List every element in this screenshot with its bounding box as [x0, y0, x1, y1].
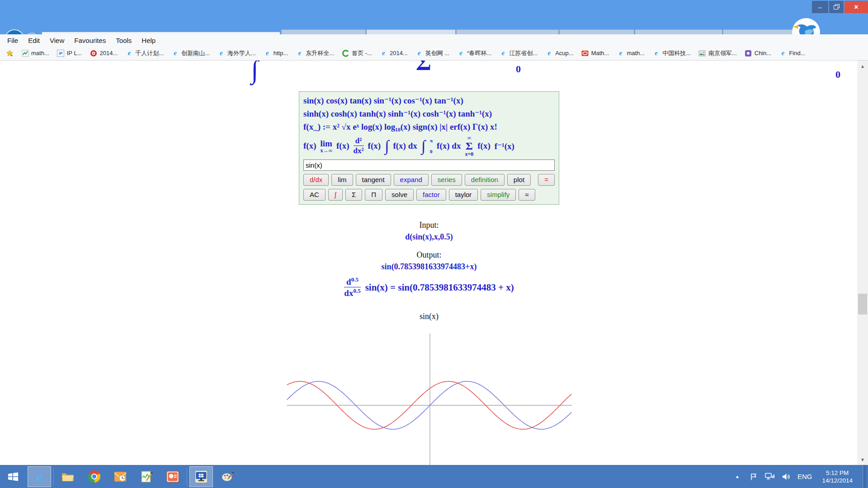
calc-button-lim[interactable]: lim [331, 174, 353, 186]
output-expression: sin(0.7853981633974483+x) [299, 262, 559, 272]
favorite--春晖杯-[interactable]: e“春晖杯... [455, 48, 494, 58]
scroll-thumb[interactable] [858, 294, 867, 314]
calc-button-series[interactable]: series [431, 174, 462, 186]
taskbar-powerpoint[interactable] [161, 466, 184, 487]
action-center-flag-icon[interactable] [749, 472, 759, 481]
plot-title: sin(x) [299, 312, 559, 321]
menu-bar: FileEditViewFavouritesToolsHelp [0, 34, 868, 46]
volume-icon[interactable] [781, 472, 791, 481]
favorite-math-[interactable]: emath... [614, 48, 647, 58]
system-tray: ▲ ENG 5:12 PM 14/12/2014 [732, 465, 868, 488]
taskbar-file-explorer[interactable] [56, 466, 80, 487]
calc-button-σ[interactable]: Σ [345, 189, 362, 201]
ie-icon: e [380, 49, 387, 57]
window-restore-button[interactable] [829, 1, 844, 13]
favorite-label: 首页 -... [352, 49, 372, 57]
favorite-label: 千人计划... [135, 49, 164, 57]
button-row-1: d/dxlimtangentexpandseriesdefinitionplot… [303, 174, 555, 186]
page-content: ∫ 0 Σ 0 sin(x) cos(x) tan(x) sin⁻¹(x) co… [0, 61, 868, 465]
favorite-创新南山-[interactable]: e创新南山... [169, 48, 212, 58]
calc-button-taylor[interactable]: taylor [449, 189, 478, 201]
favorite-中国科技-[interactable]: e中国科技... [650, 48, 693, 58]
favorite-chin-[interactable]: Chin... [742, 48, 774, 58]
input-label: Input: [299, 221, 559, 230]
calc-button-solve[interactable]: solve [385, 189, 414, 201]
favorite-math-[interactable]: math... [19, 48, 52, 58]
calc-button-factor[interactable]: factor [416, 189, 446, 201]
taskbar-separator [187, 468, 187, 486]
favorites-bar-star[interactable] [4, 48, 16, 58]
output-label: Output: [299, 250, 559, 260]
calc-button-tangent[interactable]: tangent [356, 174, 391, 186]
menu-item-edit[interactable]: Edit [28, 37, 40, 44]
favorite-label: “春晖杯... [467, 49, 491, 57]
restore-icon [834, 4, 840, 10]
scroll-up-arrow[interactable]: ▲ [857, 61, 868, 71]
favorite-label: 英创网 ... [425, 49, 449, 57]
language-indicator[interactable]: ENG [797, 473, 812, 480]
sina-icon [90, 49, 97, 57]
ie-big-icon: e [36, 470, 42, 483]
chrome-icon [88, 470, 100, 483]
calc-button-≈[interactable]: ≈ [519, 189, 535, 201]
calc-button-expand[interactable]: expand [394, 174, 429, 186]
ie-icon: e [499, 49, 507, 57]
favorite-find-[interactable]: eFind... [777, 48, 807, 58]
menu-item-favourites[interactable]: Favourites [74, 37, 106, 44]
taskbar-notepad[interactable] [135, 466, 158, 487]
favorite-南京领军-[interactable]: 南京领军... [696, 48, 739, 58]
favorite-label: 江苏省创... [509, 49, 538, 57]
calc-button-=[interactable]: = [538, 174, 555, 186]
favorite-东升杯全-[interactable]: e东升杯全... [293, 48, 336, 58]
favorite-首页-[interactable]: 首页 -... [340, 48, 374, 58]
taskbar-paint[interactable] [216, 466, 239, 487]
menu-item-view[interactable]: View [50, 37, 64, 44]
favorite-acup-[interactable]: eAcup... [543, 48, 576, 58]
favorite-label: 2014... [99, 50, 118, 56]
photo-icon [698, 49, 706, 57]
calc-button-π[interactable]: Π [365, 189, 382, 201]
favorite-ip-l-[interactable]: iPIP L... [55, 48, 85, 58]
taskbar-chrome[interactable] [82, 466, 106, 487]
favorite-江苏省创-[interactable]: e江苏省创... [497, 48, 540, 58]
menu-item-tools[interactable]: Tools [116, 37, 132, 44]
calc-button-simplify[interactable]: simplify [481, 189, 516, 201]
vertical-scrollbar[interactable]: ▲ ▼ [857, 61, 868, 465]
calc-button-d/dx[interactable]: d/dx [303, 174, 329, 186]
taskbar-remote-desktop[interactable] [189, 466, 213, 487]
taskbar-internet-explorer[interactable]: e [28, 466, 51, 487]
window-minimize-button[interactable]: – [812, 1, 828, 13]
windows-icon [7, 470, 19, 483]
taskbar-outlook[interactable] [108, 466, 132, 487]
calc-button-ac[interactable]: AC [303, 189, 326, 201]
clock[interactable]: 5:12 PM 14/12/2014 [818, 469, 856, 484]
menu-item-help[interactable]: Help [142, 37, 156, 44]
calc-button-plot[interactable]: plot [507, 174, 531, 186]
favorite-2014-[interactable]: 2014... [87, 48, 120, 58]
favorite-label: IP L... [67, 50, 82, 56]
ie-icon: e [296, 49, 303, 57]
favorite-http-[interactable]: ehttp... [261, 48, 291, 58]
favorite-label: http... [274, 50, 288, 56]
notepad-icon [140, 470, 153, 483]
favorite-千人计划-[interactable]: e千人计划... [123, 48, 166, 58]
favorite-label: 南京领军... [708, 49, 737, 57]
favorite-海外学人-[interactable]: e海外学人... [215, 48, 258, 58]
network-icon[interactable] [765, 472, 775, 481]
taskbar-start[interactable] [1, 466, 25, 487]
favorite-label: math... [31, 50, 49, 56]
favorite-2014-[interactable]: e2014... [377, 48, 410, 58]
show-desktop-button[interactable] [863, 465, 866, 488]
chart-icon [21, 49, 29, 57]
favorite-label: 2014... [390, 50, 408, 56]
favorite-英创网-[interactable]: e英创网 ... [413, 48, 452, 58]
calculus-operators-line: f(x) limx→∞ f(x) d²dx² f(x) ∫ f(x) dx ∫ … [303, 135, 555, 157]
scroll-down-arrow[interactable]: ▼ [857, 454, 868, 465]
window-close-button[interactable]: × [844, 1, 868, 13]
favorite-math-[interactable]: Math... [579, 48, 612, 58]
expression-input[interactable] [303, 160, 555, 171]
tray-expand-icon[interactable]: ▲ [732, 472, 742, 481]
calc-button-∫[interactable]: ∫ [328, 189, 343, 201]
calc-button-definition[interactable]: definition [465, 174, 505, 186]
menu-item-file[interactable]: File [7, 37, 18, 44]
